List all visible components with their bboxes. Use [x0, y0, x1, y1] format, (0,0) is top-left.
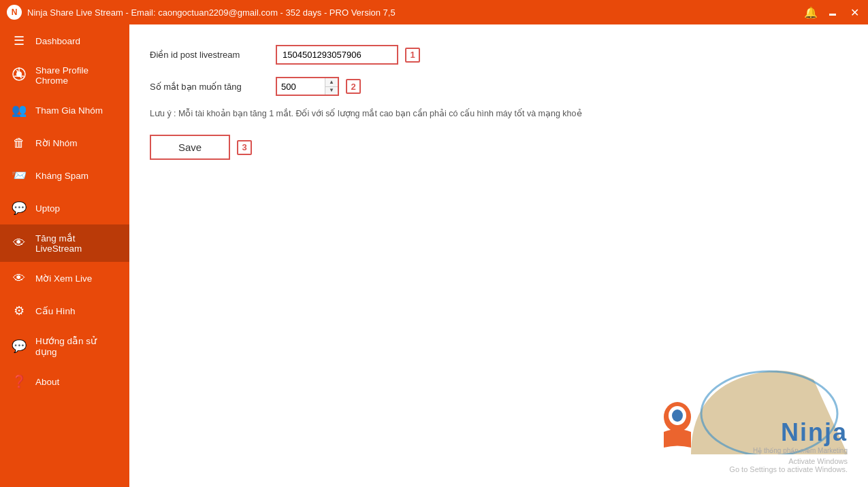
- step3-badge: 3: [237, 140, 252, 155]
- field2-number-wrap: ▲ ▼: [276, 77, 339, 96]
- ninja-icon: [654, 397, 701, 451]
- uptop-icon: 💬: [11, 201, 27, 216]
- sidebar-label-about: About: [35, 377, 59, 387]
- about-icon: ❓: [11, 374, 27, 389]
- help-guide-icon: 💬: [11, 339, 27, 354]
- sidebar-label-tang-mat: Tăng mắt LiveStream: [35, 233, 118, 254]
- sidebar-item-dashboard[interactable]: ☰ Dashboard: [0, 24, 129, 57]
- sidebar-label-moi-xem-live: Mời Xem Live: [35, 273, 92, 284]
- sidebar-label-khang-spam: Kháng Spam: [35, 171, 89, 181]
- sidebar-item-cau-hinh[interactable]: ⚙ Cấu Hình: [0, 295, 129, 327]
- sidebar-item-uptop[interactable]: 💬 Uptop: [0, 192, 129, 224]
- step1-badge: 1: [405, 48, 420, 63]
- sidebar-label-uptop: Uptop: [35, 203, 60, 214]
- bell-button[interactable]: 🔔: [804, 5, 818, 19]
- sidebar-label-huong-dan: Hướng dẫn sử dụng: [35, 335, 118, 357]
- save-row: Save 3: [150, 135, 848, 160]
- form-row-field1: Điền id post livestream 1: [150, 45, 848, 65]
- chrome-icon: [11, 67, 27, 84]
- number-arrows: ▲ ▼: [325, 78, 338, 95]
- title-bar: N Ninja Share Live Stream - Email: caong…: [0, 0, 868, 24]
- sidebar-item-share-profile-chrome[interactable]: Share Profile Chrome: [0, 57, 129, 94]
- app-icon-letter: N: [12, 7, 18, 17]
- minimize-button[interactable]: 🗕: [826, 5, 839, 19]
- sidebar-item-tang-mat-livestream[interactable]: 👁 Tăng mắt LiveStream: [0, 224, 129, 262]
- sidebar-item-huong-dan[interactable]: 💬 Hướng dẫn sử dụng: [0, 327, 129, 365]
- activate-line1: Activate Windows: [650, 457, 848, 465]
- sidebar-item-khang-spam[interactable]: 📨 Kháng Spam: [0, 159, 129, 192]
- sidebar-item-about[interactable]: ❓ About: [0, 365, 129, 398]
- sidebar-label-tham-gia-nhom: Tham Gia Nhóm: [35, 105, 103, 116]
- invite-live-icon: 👁: [11, 271, 27, 286]
- field2-label: Số mắt bạn muốn tăng: [150, 82, 269, 92]
- activate-line2: Go to Settings to activate Windows.: [650, 465, 848, 473]
- form-note: Lưu ý : Mỗi tài khoản bạn tăng 1 mắt. Đố…: [150, 108, 848, 118]
- app-icon: N: [7, 5, 22, 20]
- sidebar-label-dashboard: Dashboard: [35, 36, 80, 46]
- save-button[interactable]: Save: [150, 135, 230, 160]
- sidebar-label-roi-nhom: Rời Nhóm: [35, 137, 78, 148]
- close-button[interactable]: ✕: [848, 5, 861, 19]
- brand-text: Ninja: [753, 418, 848, 447]
- watermark-sub: Hệ thống phần mềm Marketing: [753, 447, 848, 454]
- content-area: Điền id post livestream 1 Số mắt bạn muố…: [129, 24, 868, 487]
- watermark: Ninja Hệ thống phần mềm Marketing Activa…: [650, 359, 848, 473]
- sidebar: ☰ Dashboard Share Profile Chrome 👥 Tham …: [0, 24, 129, 487]
- svg-point-8: [672, 409, 683, 422]
- settings-icon: ⚙: [11, 303, 27, 318]
- sidebar-label-share-profile: Share Profile Chrome: [35, 65, 118, 86]
- window-title: Ninja Share Live Stream - Email: caongoc…: [27, 7, 804, 18]
- main-layout: ☰ Dashboard Share Profile Chrome 👥 Tham …: [0, 24, 868, 487]
- field2-input[interactable]: [277, 78, 325, 95]
- activate-windows: Activate Windows Go to Settings to activ…: [650, 457, 848, 473]
- sidebar-label-cau-hinh: Cấu Hình: [35, 305, 76, 316]
- field1-label: Điền id post livestream: [150, 50, 269, 60]
- number-down-arrow[interactable]: ▼: [325, 87, 338, 95]
- sidebar-item-moi-xem-live[interactable]: 👁 Mời Xem Live: [0, 262, 129, 295]
- step2-badge: 2: [346, 79, 361, 94]
- sidebar-item-roi-nhom[interactable]: 🗑 Rời Nhóm: [0, 127, 129, 159]
- dashboard-icon: ☰: [11, 33, 27, 48]
- sidebar-item-tham-gia-nhom[interactable]: 👥 Tham Gia Nhóm: [0, 94, 129, 127]
- number-up-arrow[interactable]: ▲: [325, 78, 338, 87]
- window-controls: 🔔 🗕 ✕: [804, 5, 861, 19]
- group-join-icon: 👥: [11, 103, 27, 118]
- eye-livestream-icon: 👁: [11, 236, 27, 250]
- spam-icon: 📨: [11, 168, 27, 183]
- field1-input[interactable]: [276, 45, 398, 65]
- leave-group-icon: 🗑: [11, 136, 27, 150]
- form-row-field2: Số mắt bạn muốn tăng ▲ ▼ 2: [150, 77, 848, 96]
